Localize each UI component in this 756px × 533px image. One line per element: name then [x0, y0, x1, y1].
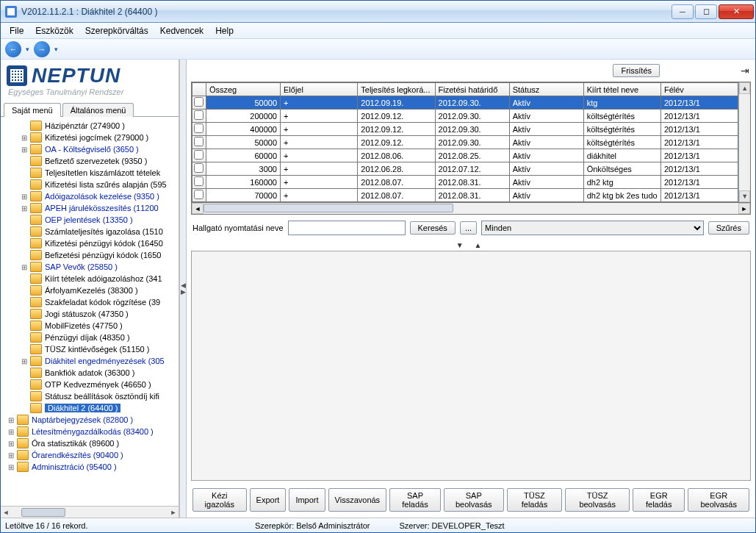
tree-item[interactable]: ⊞OA - Költségviselő (3650 ) [2, 143, 177, 155]
col-teljesites[interactable]: Teljesítés legkorá... [358, 83, 435, 96]
tree-item[interactable]: Szakfeladat kódok rögzítése (39 [2, 296, 177, 308]
row-checkbox-cell[interactable] [192, 110, 206, 123]
tree-item[interactable]: Bankfiók adatok (36300 ) [2, 367, 177, 379]
table-row[interactable]: 50000+2012.09.19.2012.09.30.Aktívktg2012… [192, 96, 738, 110]
row-checkbox-cell[interactable] [192, 189, 206, 202]
tree-expander-icon[interactable]: ⊞ [20, 134, 29, 142]
action-sap-felad-s[interactable]: SAP feladás [389, 488, 441, 512]
col-statusz[interactable]: Státusz [509, 83, 583, 96]
row-checkbox[interactable] [194, 137, 204, 146]
row-checkbox[interactable] [194, 163, 204, 173]
menu-help[interactable]: Help [209, 24, 240, 38]
tree-item[interactable]: Diákhitel 2 (64400 ) [2, 402, 177, 414]
menu-tree[interactable]: Házipénztár (274900 )⊞Kifizetési jogcíme… [1, 117, 179, 506]
table-row[interactable]: 400000+2012.09.12.2012.09.30.Aktívköltsé… [192, 123, 738, 136]
tree-item[interactable]: ⊞Adminisztráció (95400 ) [2, 461, 177, 473]
scroll-down-icon[interactable]: ▼ [739, 190, 750, 202]
tree-item[interactable]: ⊞Óra statisztikák (89600 ) [2, 437, 177, 449]
col-osszeg[interactable]: Összeg [206, 83, 280, 96]
table-row[interactable]: 70000+2012.08.07.2012.08.31.Aktívdh2 ktg… [192, 189, 738, 202]
refresh-button[interactable]: Frissítés [613, 64, 660, 77]
tree-item[interactable]: Házipénztár (274900 ) [2, 120, 177, 132]
tree-item[interactable]: ⊞Naptárbejegyzések (82800 ) [2, 414, 177, 426]
grid-horizontal-scrollbar[interactable]: ◄ ► [191, 203, 751, 215]
row-checkbox-cell[interactable] [192, 123, 206, 136]
tree-expander-icon[interactable]: ⊞ [7, 451, 15, 459]
more-button[interactable]: ... [460, 221, 477, 235]
tab-own-menu[interactable]: Saját menü [4, 103, 61, 117]
tree-item[interactable]: Kifizetési lista szűrés alapján (595 [2, 179, 177, 190]
tree-expander-icon[interactable]: ⊞ [7, 416, 15, 424]
col-hatarido[interactable]: Fizetési határidő [435, 83, 509, 96]
action-egr-felad-s[interactable]: EGR feladás [633, 488, 685, 512]
tree-item[interactable]: ⊞APEH járulékösszesítés (11200 [2, 202, 177, 214]
tree-expander-icon[interactable]: ⊞ [20, 204, 29, 212]
row-checkbox[interactable] [194, 190, 204, 199]
scroll-left-icon[interactable]: ◄ [1, 507, 11, 518]
tree-expander-icon[interactable]: ⊞ [20, 146, 29, 154]
search-button[interactable]: Keresés [410, 221, 456, 235]
scroll-thumb[interactable] [21, 508, 65, 517]
tree-item[interactable]: TÜSZ kintlévőségek (51150 ) [2, 343, 177, 355]
close-button[interactable]: ✕ [719, 4, 754, 19]
tree-expander-icon[interactable]: ⊞ [7, 440, 15, 448]
tree-item[interactable]: Kiírt tételek adóigazoláshoz (341 [2, 273, 177, 285]
panel-collapse-toggle[interactable]: ▼ ▲ [191, 241, 751, 251]
tree-expander-icon[interactable]: ⊞ [20, 263, 29, 271]
tree-expander-icon[interactable]: ⊞ [20, 193, 29, 201]
splitter[interactable]: ◀▶ [179, 60, 187, 518]
col-tetel-neve[interactable]: Kiírt tétel neve [583, 83, 660, 96]
pin-icon[interactable]: ⇥ [741, 65, 749, 76]
row-checkbox[interactable] [194, 124, 204, 133]
filter-combo[interactable]: Minden [481, 221, 704, 235]
nav-forward-button[interactable]: → [34, 41, 50, 57]
action-import[interactable]: Import [289, 488, 325, 512]
tab-general-menu[interactable]: Általános menü [62, 103, 134, 117]
tree-item[interactable]: ⊞SAP Vevők (25850 ) [2, 261, 177, 273]
tree-expander-icon[interactable]: ⊞ [7, 428, 15, 436]
row-checkbox[interactable] [194, 150, 204, 160]
tree-item[interactable]: Kifizetési pénzügyi kódok (16450 [2, 237, 177, 249]
col-elojel[interactable]: Előjel [281, 83, 358, 96]
tree-item[interactable]: ⊞Kifizetési jogcímek (279000 ) [2, 132, 177, 143]
scroll-right-icon[interactable]: ► [168, 507, 179, 518]
table-row[interactable]: 50000+2012.09.12.2012.09.30.Aktívköltség… [192, 136, 738, 149]
row-checkbox[interactable] [194, 97, 204, 107]
tree-item[interactable]: ⊞Diákhitel engedményezések (305 [2, 355, 177, 367]
tree-item[interactable]: MobilFizetés (47750 ) [2, 320, 177, 332]
tree-item[interactable]: Jogi státuszok (47350 ) [2, 308, 177, 320]
hscroll-track[interactable] [204, 203, 738, 214]
col-felev[interactable]: Félév [660, 83, 738, 96]
minimize-button[interactable]: ─ [672, 4, 694, 19]
row-checkbox[interactable] [194, 110, 204, 120]
tree-item[interactable]: Teljesítetlen kiszámlázott tételek [2, 167, 177, 179]
hscroll-thumb[interactable] [204, 204, 453, 212]
table-row[interactable]: 160000+2012.08.07.2012.08.31.Aktívdh2 kt… [192, 176, 738, 189]
tree-item[interactable]: Számlateljesítés igazolása (1510 [2, 226, 177, 237]
nav-forward-dropdown[interactable]: ▾ [51, 46, 61, 53]
hscroll-left-icon[interactable]: ◄ [192, 203, 204, 214]
action-t-sz-beolvas-s[interactable]: TÜSZ beolvasás [565, 488, 630, 512]
nav-back-dropdown[interactable]: ▾ [23, 46, 32, 53]
row-checkbox-cell[interactable] [192, 149, 206, 162]
tree-expander-icon[interactable]: ⊞ [7, 463, 15, 471]
filter-name-input[interactable] [288, 221, 406, 235]
tree-item[interactable]: ⊞Órarendkészítés (90400 ) [2, 449, 177, 461]
action-export[interactable]: Export [250, 488, 287, 512]
tree-item[interactable]: OEP jelentések (13350 ) [2, 214, 177, 226]
tree-item[interactable]: Státusz beállítások ösztöndíj kifi [2, 390, 177, 402]
hscroll-right-icon[interactable]: ► [738, 203, 750, 214]
row-checkbox-cell[interactable] [192, 136, 206, 149]
tree-item[interactable]: Pénzügyi díjak (48350 ) [2, 332, 177, 343]
nav-back-button[interactable]: ← [5, 41, 21, 57]
row-checkbox-cell[interactable] [192, 96, 206, 110]
action-egr-beolvas-s[interactable]: EGR beolvasás [688, 488, 749, 512]
tree-item[interactable]: ÁrfolyamKezelés (38300 ) [2, 285, 177, 296]
table-row[interactable]: 3000+2012.06.28.2012.07.12.AktívÖnköltsé… [192, 162, 738, 176]
maximize-button[interactable]: ◻ [695, 4, 717, 19]
action-sap-beolvas-s[interactable]: SAP beolvasás [444, 488, 504, 512]
tree-item[interactable]: Befizetési pénzügyi kódok (1650 [2, 249, 177, 261]
menu-file[interactable]: File [4, 24, 29, 38]
row-checkbox[interactable] [194, 176, 204, 186]
scroll-track[interactable] [739, 94, 750, 190]
